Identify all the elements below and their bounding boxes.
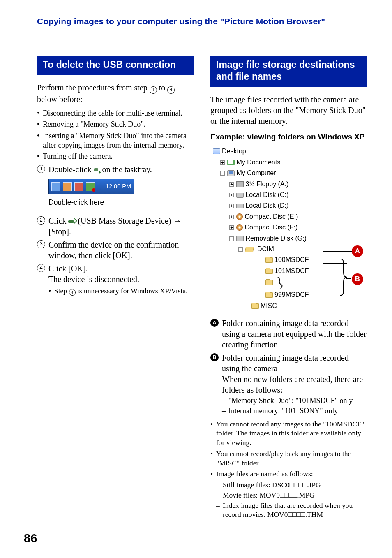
intro-part-b: to (157, 83, 168, 92)
desc-b-dash: "Memory Stick Duo": "101MSDCF" only Inte… (222, 396, 367, 416)
list-item: Movie files: MOV0□□□□.MPG (216, 491, 367, 500)
step4-text-b: The device is disconnected. (48, 274, 139, 285)
tree-remg: - Removable Disk (G:) (229, 233, 367, 244)
badge-a-icon: A (210, 319, 219, 327)
tray-clock: 12:00 PM (106, 183, 131, 190)
step-ref-4-icon: 4 (167, 86, 175, 94)
list-item: Internal memory: "101_SONY" only (222, 406, 367, 416)
step1-text-b: on the tasktray. (100, 165, 152, 174)
badge-b-icon: B (210, 353, 219, 361)
tree-label: Desktop (222, 148, 246, 155)
precondition-list: Disconnecting the cable for multi-use te… (37, 109, 194, 162)
tree-label: 999MSDCF (274, 291, 309, 298)
desktop-icon (213, 148, 220, 154)
step-3: 3 Confirm the device on the confirmation… (37, 239, 194, 261)
tree-label: Local Disk (C:) (245, 191, 288, 198)
expand-icon: + (220, 160, 225, 165)
content-columns: To delete the USB connection Perform the… (37, 56, 367, 521)
folder-icon (265, 280, 273, 285)
leader-line-b2 (346, 278, 351, 279)
note-b: is unnecessary for Windows XP/Vista. (76, 287, 188, 295)
tree-dcim: - DCIM (238, 244, 367, 255)
list-item: Turning off the camera. (37, 152, 194, 161)
expand-icon: + (229, 215, 234, 219)
tree-label: MISC (261, 302, 277, 309)
step-1: 1 Double-click on the tasktray. (37, 164, 194, 175)
step2-text-a: Click (48, 216, 68, 225)
usb-device-icon (68, 219, 76, 225)
note-a: Step (54, 287, 69, 295)
right-intro: The image files recorded with the camera… (210, 94, 367, 126)
step-number-4-icon: 4 (37, 264, 45, 272)
tree-diskd: + Local Disk (D:) (229, 200, 367, 211)
tree-label: 100MSDCF (274, 256, 309, 263)
floppy-icon (236, 181, 244, 187)
desc-b-text2: When no new folders are created, there a… (222, 374, 367, 395)
removable-icon (236, 236, 244, 241)
tree-floppy: + 3½ Floppy (A:) (229, 179, 367, 190)
tree-label: My Computer (236, 169, 276, 176)
tree-label: 3½ Floppy (A:) (245, 181, 288, 188)
collapse-icon: - (229, 236, 234, 241)
step-ref-4-icon: 4 (69, 289, 76, 296)
page-number: 86 (24, 531, 37, 546)
list-item: Step 4 is unnecessary for Windows XP/Vis… (48, 286, 194, 296)
tray-app-icon (51, 182, 60, 191)
leader-line-a (323, 251, 353, 252)
example-heading: Example: viewing folders on Windows XP (210, 132, 367, 142)
tasktray-illustration: 12:00 PM (48, 179, 134, 194)
notes-list: You cannot record any images to the "100… (210, 419, 367, 520)
left-intro: Perform the procedures from step 1 to 4 … (37, 82, 194, 104)
tree-cde: + Compact Disc (E:) (229, 211, 367, 222)
expand-icon: + (229, 182, 234, 187)
tasktray-caption: Double-click here (48, 198, 194, 207)
list-item: Removing a "Memory Stick Duo". (37, 120, 194, 129)
tree-mydocs: + My Documents (220, 157, 367, 168)
list-item: Image files are named as follows: Still … (210, 469, 367, 519)
folder-icon (265, 292, 273, 298)
step-number-2-icon: 2 (37, 216, 45, 225)
tree-101: 101MSDCF (265, 266, 367, 276)
tree-label: Removable Disk (G:) (245, 235, 306, 242)
expand-icon: + (229, 225, 234, 230)
cd-icon (236, 213, 243, 220)
left-column: To delete the USB connection Perform the… (37, 56, 194, 521)
tree-diskc: + Local Disk (C:) (229, 190, 367, 200)
tree-desktop: Desktop (213, 146, 367, 157)
tray-remove-icon (86, 182, 95, 191)
intro-part-c: below before: (37, 95, 83, 104)
folder-open-icon (245, 247, 254, 252)
desc-a: A Folder containing image data recorded … (210, 318, 367, 350)
list-item: "Memory Stick Duo": "101MSDCF" only (222, 396, 367, 405)
tree-mycomp: - My Computer (220, 168, 367, 178)
collapse-icon: - (238, 247, 243, 252)
step1-text-a: Double-click (48, 165, 93, 174)
folder-tree-illustration: Desktop + My Documents - My Computer + 3… (213, 146, 367, 311)
documents-icon (227, 160, 235, 165)
tree-label: Compact Disc (E:) (244, 213, 298, 220)
tree-cdf: + Compact Disc (F:) (229, 222, 367, 233)
cd-icon (236, 224, 243, 231)
step-number-3-icon: 3 (37, 240, 45, 248)
computer-icon (227, 170, 235, 176)
tree-misc: MISC (251, 301, 367, 311)
tree-label: Local Disk (D:) (245, 202, 288, 209)
brace-icon (339, 259, 347, 296)
note-3-text: Image files are named as follows: (216, 470, 313, 478)
tray-app-icon (74, 182, 83, 191)
tree-999: 999MSDCF (265, 289, 367, 300)
list-item: Inserting a "Memory Stick Duo" into the … (37, 131, 194, 150)
expand-icon: + (229, 193, 234, 197)
tray-app-icon (63, 182, 72, 191)
step-4: 4 Click [OK]. The device is disconnected… (37, 263, 194, 285)
section-title-left: To delete the USB connection (37, 56, 194, 75)
list-item: Index image files that are recorded when… (216, 501, 367, 520)
section-title-right: Image file storage destinations and file… (210, 56, 367, 87)
tree-label: My Documents (236, 159, 280, 166)
right-column: Image file storage destinations and file… (210, 56, 367, 521)
tree-100: 100MSDCF (265, 255, 367, 265)
intro-part-a: Perform the procedures from step (37, 83, 150, 92)
folder-icon (265, 257, 273, 263)
step-2: 2 Click (USB Mass Storage Device) → [Sto… (37, 215, 194, 237)
step-ref-1-icon: 1 (150, 86, 157, 94)
